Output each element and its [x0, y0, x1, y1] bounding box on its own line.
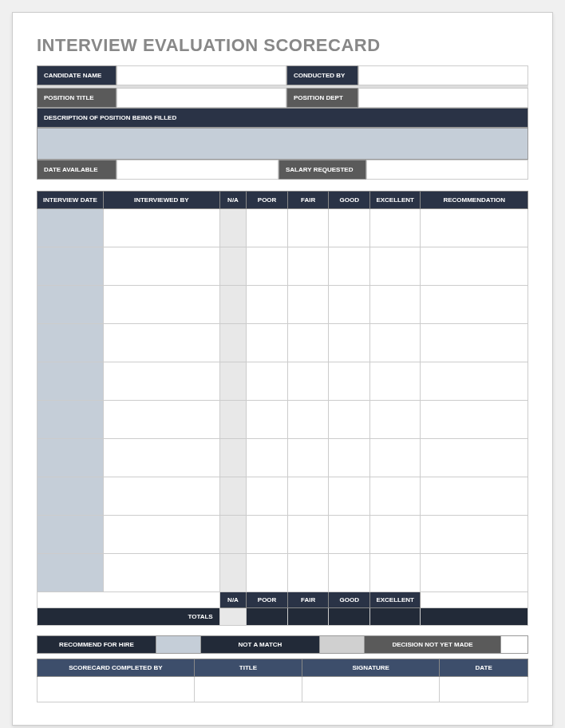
cell-date[interactable] — [38, 401, 104, 439]
cell-by[interactable] — [103, 554, 219, 592]
cell-na[interactable] — [219, 477, 247, 516]
total-rec — [421, 608, 528, 626]
cell-by[interactable] — [103, 477, 219, 516]
cell-recommendation[interactable] — [421, 324, 528, 362]
cell-recommendation[interactable] — [421, 247, 528, 286]
cell-date[interactable] — [38, 209, 104, 247]
cell-good[interactable] — [329, 324, 370, 362]
cell-fair[interactable] — [287, 286, 329, 324]
cell-date[interactable] — [38, 554, 104, 592]
cell-recommendation[interactable] — [421, 554, 528, 592]
checkbox-not-match[interactable] — [319, 636, 364, 653]
cell-fair[interactable] — [287, 324, 329, 362]
cell-recommendation[interactable] — [421, 362, 528, 401]
cell-date[interactable] — [38, 362, 104, 401]
cell-good[interactable] — [329, 554, 370, 592]
cell-poor[interactable] — [247, 401, 288, 439]
checkbox-recommend-hire[interactable] — [156, 636, 200, 653]
input-position-dept[interactable] — [358, 88, 528, 108]
cell-na[interactable] — [219, 401, 247, 439]
cell-poor[interactable] — [247, 439, 288, 477]
cell-good[interactable] — [329, 516, 370, 554]
cell-poor[interactable] — [247, 516, 288, 554]
cell-good[interactable] — [329, 362, 370, 401]
cell-good[interactable] — [329, 477, 370, 516]
cell-na[interactable] — [219, 554, 247, 592]
cell-excellent[interactable] — [370, 286, 421, 324]
cell-poor[interactable] — [247, 209, 288, 247]
input-candidate-name[interactable] — [117, 65, 286, 85]
input-sig-date[interactable] — [440, 677, 528, 702]
input-description[interactable] — [37, 128, 528, 160]
cell-by[interactable] — [103, 324, 219, 362]
cell-by[interactable] — [103, 439, 219, 477]
cell-na[interactable] — [219, 439, 247, 477]
cell-excellent[interactable] — [370, 439, 421, 477]
cell-by[interactable] — [103, 516, 219, 554]
cell-poor[interactable] — [247, 286, 288, 324]
cell-good[interactable] — [329, 401, 370, 439]
cell-by[interactable] — [103, 401, 219, 439]
cell-date[interactable] — [38, 516, 104, 554]
cell-fair[interactable] — [287, 247, 329, 286]
input-sig-title[interactable] — [194, 677, 302, 702]
cell-na[interactable] — [219, 209, 247, 247]
cell-date[interactable] — [38, 324, 104, 362]
cell-na[interactable] — [219, 286, 247, 324]
input-salary-requested[interactable] — [366, 160, 528, 180]
cell-good[interactable] — [329, 286, 370, 324]
checkbox-not-yet[interactable] — [500, 636, 527, 653]
input-conducted-by[interactable] — [358, 65, 528, 85]
cell-date[interactable] — [38, 247, 104, 286]
cell-excellent[interactable] — [370, 401, 421, 439]
cell-poor[interactable] — [247, 554, 288, 592]
input-position-title[interactable] — [117, 88, 286, 108]
cell-excellent[interactable] — [370, 554, 421, 592]
cell-fair[interactable] — [287, 439, 329, 477]
cell-fair[interactable] — [287, 362, 329, 401]
cell-date[interactable] — [38, 286, 104, 324]
th-completed-by: SCORECARD COMPLETED BY — [38, 659, 195, 677]
cell-poor[interactable] — [247, 477, 288, 516]
cell-excellent[interactable] — [370, 209, 421, 247]
cell-date[interactable] — [38, 477, 104, 516]
table-row — [38, 439, 528, 477]
cell-by[interactable] — [103, 362, 219, 401]
cell-na[interactable] — [219, 362, 247, 401]
cell-recommendation[interactable] — [421, 516, 528, 554]
cell-excellent[interactable] — [370, 477, 421, 516]
cell-recommendation[interactable] — [421, 209, 528, 247]
cell-fair[interactable] — [287, 554, 329, 592]
cell-excellent[interactable] — [370, 324, 421, 362]
cell-poor[interactable] — [247, 324, 288, 362]
cell-excellent[interactable] — [370, 247, 421, 286]
label-not-match: NOT A MATCH — [200, 636, 319, 653]
cell-na[interactable] — [219, 324, 247, 362]
cell-na[interactable] — [219, 247, 247, 286]
input-signature[interactable] — [302, 677, 440, 702]
cell-excellent[interactable] — [370, 516, 421, 554]
cell-poor[interactable] — [247, 247, 288, 286]
cell-excellent[interactable] — [370, 362, 421, 401]
cell-good[interactable] — [329, 247, 370, 286]
cell-good[interactable] — [329, 209, 370, 247]
cell-good[interactable] — [329, 439, 370, 477]
input-date-available[interactable] — [117, 160, 279, 180]
cell-poor[interactable] — [247, 362, 288, 401]
cell-date[interactable] — [38, 439, 104, 477]
cell-recommendation[interactable] — [421, 286, 528, 324]
cell-by[interactable] — [103, 286, 219, 324]
label-recommend-hire: RECOMMEND FOR HIRE — [38, 636, 156, 653]
cell-fair[interactable] — [287, 209, 329, 247]
scorecard-page: INTERVIEW EVALUATION SCORECARD CANDIDATE… — [12, 12, 553, 726]
cell-fair[interactable] — [287, 401, 329, 439]
cell-recommendation[interactable] — [421, 439, 528, 477]
cell-by[interactable] — [103, 209, 219, 247]
cell-recommendation[interactable] — [421, 477, 528, 516]
cell-by[interactable] — [103, 247, 219, 286]
cell-fair[interactable] — [287, 516, 329, 554]
input-completed-by[interactable] — [38, 677, 195, 702]
cell-recommendation[interactable] — [421, 401, 528, 439]
cell-na[interactable] — [219, 516, 247, 554]
cell-fair[interactable] — [287, 477, 329, 516]
